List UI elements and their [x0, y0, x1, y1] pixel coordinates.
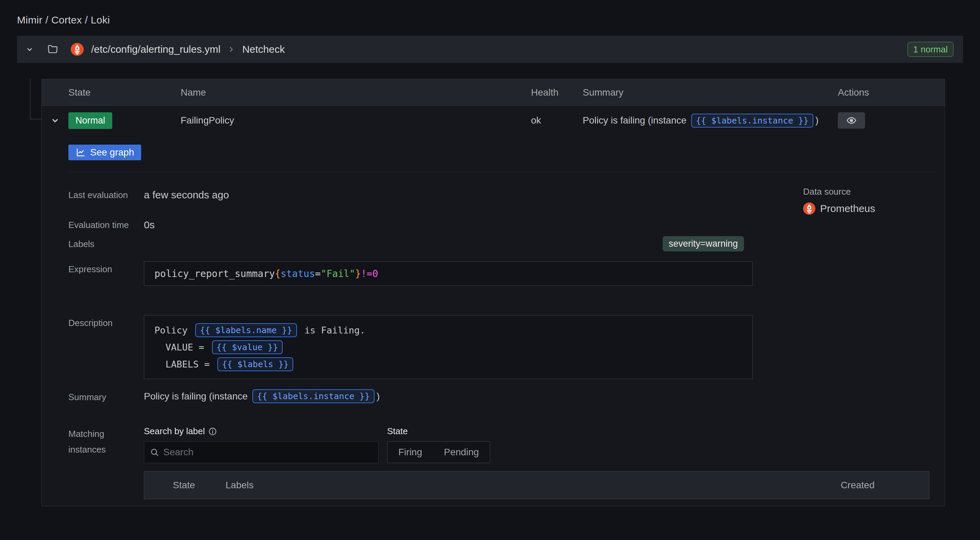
matching-instances-table-header: State Labels Created [144, 472, 929, 499]
prometheus-icon [71, 43, 84, 56]
template-chip: {{ $value }} [212, 340, 283, 354]
eye-icon [846, 115, 857, 126]
row-expander-button[interactable] [42, 115, 68, 126]
description-line: LABELS = {{ $labels }} [154, 355, 742, 373]
rule-group-name: Netcheck [242, 43, 285, 55]
folder-icon [47, 43, 59, 55]
page: Mimir / Cortex / Loki /etc/config/alerti… [0, 0, 980, 506]
state-filter-label: State [387, 426, 408, 436]
rule-summary: Policy is failing (instance {{ $labels.i… [583, 114, 838, 127]
last-evaluation-value: a few seconds ago [144, 187, 229, 203]
data-source-block: Data source Prometh [803, 186, 875, 215]
info-circle-icon[interactable] [208, 427, 217, 436]
template-chip: {{ $labels.instance }} [252, 389, 374, 403]
search-by-label-label: Search by label [144, 426, 205, 436]
rule-health: ok [531, 115, 583, 126]
col-header-instance-labels: Labels [226, 480, 840, 491]
col-header-instance-created: Created [840, 480, 929, 491]
search-box [144, 441, 379, 463]
col-header-actions: Actions [838, 87, 945, 98]
rule-group-header: /etc/config/alerting_rules.yml Netcheck … [17, 36, 963, 63]
template-chip: {{ $labels.name }} [195, 323, 297, 337]
detail-row-evaluation-time: Evaluation time 0s [68, 217, 937, 233]
state-filter-buttons: Firing Pending [387, 441, 490, 463]
tree-connector: State Name Health Summary Actions Normal… [17, 79, 963, 506]
template-chip: {{ $labels.instance }} [691, 114, 813, 127]
chevron-down-icon [25, 45, 34, 54]
detail-row-expression: Expression policy_report_summary{status=… [68, 261, 937, 286]
labels-label: Labels [68, 236, 144, 252]
data-source-label: Data source [803, 186, 875, 197]
chevron-down-icon [50, 115, 60, 126]
rule-row: Normal FailingPolicy ok Policy is failin… [42, 106, 945, 134]
rule-panel: State Name Health Summary Actions Normal… [41, 79, 945, 506]
summary-label: Summary [68, 389, 144, 405]
col-header-summary: Summary [583, 87, 838, 98]
description-label: Description [68, 315, 144, 331]
last-evaluation-label: Last evaluation [68, 187, 144, 203]
rule-details: Last evaluation a few seconds ago Evalua… [42, 172, 945, 499]
severity-label-badge: severity=warning [663, 236, 744, 252]
summary-value: Policy is failing (instance {{ $labels.i… [144, 389, 380, 403]
page-title: Mimir / Cortex / Loki [17, 14, 963, 26]
description-line: Policy {{ $labels.name }} is Failing. [154, 322, 742, 339]
matching-instances-table: State Labels Created [144, 471, 929, 499]
group-status-badge: 1 normal [908, 42, 953, 57]
search-icon [150, 448, 159, 457]
description-line: VALUE = {{ $value }} [154, 339, 742, 355]
tree-line-horizontal [30, 119, 42, 119]
state-filter-firing-button[interactable]: Firing [387, 442, 433, 463]
chevron-right-icon [227, 45, 235, 53]
rule-name: FailingPolicy [181, 115, 531, 126]
col-header-instance-state: State [144, 480, 226, 491]
detail-row-labels: Labels severity=warning [68, 236, 937, 252]
see-graph-label: See graph [90, 147, 134, 158]
description-box: Policy {{ $labels.name }} is Failing. VA… [144, 315, 753, 379]
rule-file-path: /etc/config/alerting_rules.yml [91, 43, 220, 55]
state-filter-group: State Firing Pending [387, 426, 490, 463]
view-rule-button[interactable] [838, 112, 865, 129]
state-filter-pending-button[interactable]: Pending [433, 442, 490, 463]
rule-state-badge: Normal [68, 112, 112, 129]
detail-row-description: Description Policy {{ $labels.name }} is… [68, 315, 937, 379]
tree-line-vertical [30, 79, 30, 119]
template-chip: {{ $labels }} [217, 357, 294, 371]
collapse-group-button[interactable] [25, 45, 34, 54]
expression-label: Expression [68, 261, 144, 277]
expression-code: policy_report_summary{status="Fail"} != … [144, 261, 753, 286]
col-header-name: Name [181, 87, 531, 98]
evaluation-time-value: 0s [144, 217, 155, 233]
matching-instances-label: Matching instances [68, 426, 144, 457]
see-graph-button[interactable]: See graph [68, 145, 141, 160]
evaluation-time-label: Evaluation time [68, 217, 144, 233]
col-header-state: State [68, 87, 181, 98]
detail-row-matching-instances: Matching instances Search by label [68, 426, 937, 499]
graph-icon [75, 147, 86, 158]
data-source-name: Prometheus [820, 203, 875, 214]
rules-table-header: State Name Health Summary Actions [42, 79, 945, 106]
col-header-health: Health [531, 87, 583, 98]
detail-row-summary: Summary Policy is failing (instance {{ $… [68, 389, 937, 405]
prometheus-icon [803, 202, 815, 215]
search-input[interactable] [163, 447, 373, 458]
search-field-group: Search by label [144, 426, 379, 463]
